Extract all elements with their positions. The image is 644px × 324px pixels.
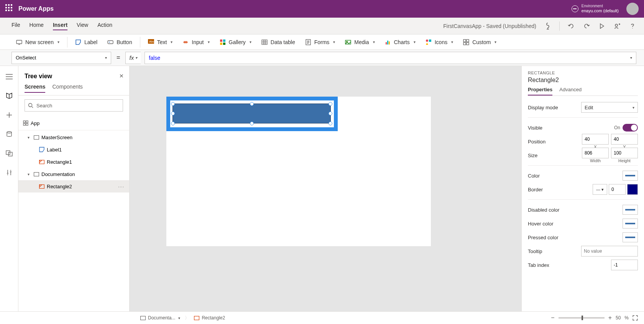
node-label: Label1 xyxy=(47,147,62,153)
tree-node-label1[interactable]: Label1 xyxy=(18,143,129,156)
size-height-input[interactable] xyxy=(611,148,638,158)
resize-handle-sw[interactable] xyxy=(171,122,175,125)
resize-handle-e[interactable] xyxy=(329,112,332,115)
color-picker[interactable] xyxy=(623,171,638,181)
resize-handle-n[interactable] xyxy=(250,102,254,106)
resize-handle-s[interactable] xyxy=(250,122,254,125)
media-dropdown[interactable]: Media ▾ xyxy=(340,35,379,49)
input-dropdown[interactable]: Input ▾ xyxy=(178,35,214,49)
breadcrumb-screen[interactable]: Documenta... ▾ xyxy=(140,315,180,321)
selected-rectangle[interactable] xyxy=(172,104,331,123)
pressed-color-picker[interactable] xyxy=(623,232,638,242)
breadcrumb-separator: 〉 xyxy=(185,315,189,321)
border-style-select[interactable]: — ▾ xyxy=(593,184,607,195)
position-x-input[interactable] xyxy=(582,134,609,145)
icons-dropdown[interactable]: Icons ▾ xyxy=(421,35,458,49)
app-header: Power Apps Environment enayu.com (defaul… xyxy=(0,0,644,18)
forms-dropdown[interactable]: Forms ▾ xyxy=(301,35,340,49)
undo-icon[interactable] xyxy=(567,22,575,30)
zoom-in-button[interactable]: + xyxy=(608,314,612,321)
tree-node-rectangle2[interactable]: Rectangle2 ··· xyxy=(18,180,129,192)
resize-handle-ne[interactable] xyxy=(329,102,332,106)
tree-node-masterscreen[interactable]: ▾ MasterScreen xyxy=(18,131,129,143)
rectangle-icon xyxy=(194,316,199,320)
user-avatar[interactable] xyxy=(626,3,639,15)
media-icon xyxy=(345,39,351,45)
custom-dropdown[interactable]: Custom ▾ xyxy=(458,35,501,49)
screen-icon xyxy=(140,316,146,320)
fit-to-window-icon[interactable] xyxy=(632,315,638,321)
tree-search[interactable]: Search xyxy=(25,99,123,112)
rectangle-icon xyxy=(39,184,44,189)
tabindex-input[interactable] xyxy=(611,260,638,270)
tree-view-icon[interactable] xyxy=(5,92,13,100)
tree-node-rectangle1[interactable]: Rectangle1 xyxy=(18,156,129,168)
close-panel-icon[interactable]: ✕ xyxy=(119,73,124,79)
zoom-value: 50 xyxy=(616,315,621,321)
canvas-area[interactable] xyxy=(130,66,521,311)
share-icon[interactable] xyxy=(613,22,621,30)
disabled-color-picker[interactable] xyxy=(623,205,638,215)
media-panel-icon[interactable] xyxy=(5,150,13,157)
screen-icon xyxy=(34,135,39,140)
app-launcher-icon[interactable] xyxy=(5,4,15,13)
tree-node-documentation[interactable]: ▾ Documentation xyxy=(18,168,129,180)
menu-action[interactable]: Action xyxy=(97,22,112,30)
new-screen-button[interactable]: New screen ▾ xyxy=(12,35,64,49)
border-width-input[interactable] xyxy=(609,184,626,195)
property-selector[interactable]: OnSelect ▾ xyxy=(12,52,111,64)
label-button[interactable]: Label xyxy=(71,35,102,49)
more-options-icon[interactable]: ··· xyxy=(118,184,125,189)
tab-properties[interactable]: Properties xyxy=(528,87,552,95)
formula-input[interactable]: false ▾ xyxy=(145,52,636,64)
visible-toggle[interactable] xyxy=(623,124,638,132)
border-color-picker[interactable] xyxy=(627,184,638,195)
add-icon[interactable] xyxy=(5,111,13,119)
svg-text:Abc: Abc xyxy=(149,40,154,43)
resize-handle-se[interactable] xyxy=(329,122,332,125)
resize-handle-nw[interactable] xyxy=(171,102,175,106)
svg-point-16 xyxy=(426,39,428,42)
redo-icon[interactable] xyxy=(583,22,590,30)
node-label: App xyxy=(31,120,39,126)
play-icon[interactable] xyxy=(598,22,606,30)
tab-advanced[interactable]: Advanced xyxy=(559,87,582,95)
resize-handle-w[interactable] xyxy=(171,112,175,115)
screen-icon xyxy=(34,171,39,177)
menu-file[interactable]: File xyxy=(12,22,20,30)
icons-icon xyxy=(426,39,432,45)
hover-color-picker[interactable] xyxy=(623,219,638,229)
environment-picker[interactable]: Environment enayu.com (default) xyxy=(572,4,619,13)
tree-node-app[interactable]: App xyxy=(18,117,129,129)
data-icon[interactable] xyxy=(5,130,13,138)
data-table-button[interactable]: Data table xyxy=(257,35,300,49)
button-button-text: Button xyxy=(117,39,132,45)
pressed-color-label: Pressed color xyxy=(528,235,623,240)
label-button-text: Label xyxy=(84,39,97,45)
svg-rect-14 xyxy=(387,41,388,44)
hamburger-icon[interactable] xyxy=(5,73,13,81)
button-button[interactable]: Button xyxy=(103,35,136,49)
display-mode-select[interactable]: Edit▾ xyxy=(581,102,638,113)
text-dropdown[interactable]: Abc Text ▾ xyxy=(143,35,177,49)
menu-view[interactable]: View xyxy=(77,22,88,30)
fx-button[interactable]: fx▾ xyxy=(125,52,141,64)
tab-components[interactable]: Components xyxy=(52,84,82,93)
zoom-pct: % xyxy=(624,315,629,321)
breadcrumb-control[interactable]: Rectangle2 xyxy=(194,315,225,321)
charts-dropdown[interactable]: Charts ▾ xyxy=(380,35,420,49)
position-y-input[interactable] xyxy=(611,134,638,145)
tooltip-input[interactable] xyxy=(581,246,638,257)
menu-home[interactable]: Home xyxy=(30,22,44,30)
tools-icon[interactable] xyxy=(5,169,13,176)
help-icon[interactable] xyxy=(629,22,636,30)
tabindex-label: Tab index xyxy=(528,262,611,268)
app-checker-icon[interactable] xyxy=(544,22,552,30)
tab-screens[interactable]: Screens xyxy=(25,84,45,93)
control-name[interactable]: Rectangle2 xyxy=(528,77,638,84)
size-width-input[interactable] xyxy=(582,148,609,158)
zoom-out-button[interactable]: − xyxy=(551,314,554,321)
menu-insert[interactable]: Insert xyxy=(53,22,67,30)
zoom-slider[interactable] xyxy=(559,317,605,319)
gallery-dropdown[interactable]: Gallery ▾ xyxy=(215,35,256,49)
